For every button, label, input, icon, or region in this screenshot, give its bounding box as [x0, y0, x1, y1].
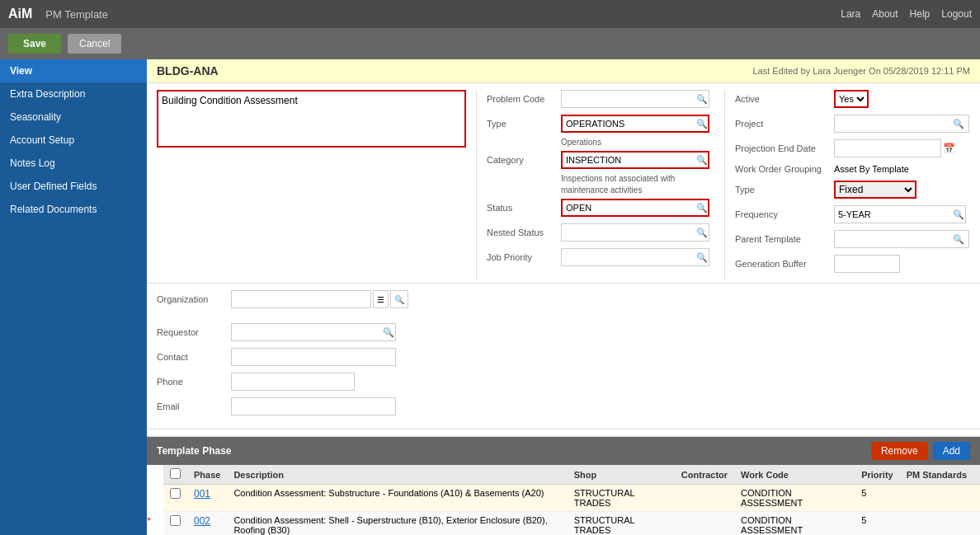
- job-priority-row: Job Priority 🔍: [487, 248, 714, 266]
- row-checkbox-cell: [163, 512, 187, 536]
- nav-links: Lara About Help Logout: [841, 8, 972, 20]
- projection-end-date-input[interactable]: [834, 139, 941, 157]
- frequency-label: Frequency: [735, 209, 834, 219]
- nested-status-row: Nested Status 🔍: [487, 223, 714, 242]
- email-input[interactable]: [231, 397, 396, 415]
- status-search-btn[interactable]: 🔍: [696, 203, 708, 214]
- col-header-work-code: Work Code: [734, 465, 855, 485]
- sidebar-item-related-documents[interactable]: Related Documents: [0, 198, 147, 221]
- problem-code-input[interactable]: [561, 90, 709, 108]
- cancel-button[interactable]: Cancel: [68, 34, 121, 54]
- status-row: Status 🔍: [487, 199, 714, 217]
- status-label: Status: [487, 203, 561, 213]
- row-pm-standards: [900, 512, 980, 536]
- parent-template-row: Parent Template 🔍: [735, 230, 970, 248]
- content-area: BLDG-ANA Last Edited by Lara Juenger On …: [147, 59, 980, 535]
- row-shop: STRUCTURAL TRADES: [568, 512, 675, 536]
- parent-template-label: Parent Template: [735, 234, 834, 244]
- sidebar-item-seasonality[interactable]: Seasonality: [0, 106, 147, 129]
- sidebar: View Extra Description Seasonality Accou…: [0, 59, 147, 535]
- nested-status-input[interactable]: [561, 223, 709, 242]
- organization-label: Organization: [157, 294, 231, 304]
- requestor-search-btn[interactable]: 🔍: [383, 327, 394, 338]
- org-list-btn[interactable]: ☰: [373, 290, 389, 308]
- projection-end-date-row: Projection End Date 📅: [735, 139, 970, 157]
- top-navigation: AiM PM Template Lara About Help Logout: [0, 0, 980, 28]
- row-checkbox[interactable]: [170, 488, 181, 499]
- save-button[interactable]: Save: [8, 34, 61, 54]
- type-select[interactable]: Fixed Floating: [834, 181, 916, 199]
- calendar-btn[interactable]: 📅: [943, 143, 955, 154]
- requestor-input[interactable]: [231, 323, 396, 341]
- project-search-btn[interactable]: 🔍: [953, 119, 964, 129]
- sidebar-item-account-setup[interactable]: Account Setup: [0, 129, 147, 152]
- frequency-search-btn[interactable]: 🔍: [953, 209, 964, 220]
- status-input[interactable]: [561, 199, 709, 217]
- type-input[interactable]: [561, 115, 709, 133]
- active-select[interactable]: Yes No: [834, 90, 869, 108]
- phase-link[interactable]: 002: [194, 515, 210, 527]
- projection-end-date-label: Projection End Date: [735, 143, 834, 153]
- right-type-row: Type Fixed Floating: [735, 181, 970, 199]
- template-phase-section: Template Phase Remove Add →: [147, 436, 980, 535]
- description-textarea[interactable]: Building Condition Assessment: [157, 90, 466, 148]
- phase-table-wrapper: → Phase Description Shop Contrac: [147, 465, 980, 535]
- type-label: Type: [487, 119, 561, 129]
- nested-status-search-btn[interactable]: 🔍: [696, 228, 708, 238]
- sidebar-item-view[interactable]: View: [0, 59, 147, 82]
- requestor-label: Requestor: [157, 327, 231, 337]
- phase-link[interactable]: 001: [194, 488, 210, 500]
- category-search-btn[interactable]: 🔍: [696, 155, 708, 166]
- aim-logo: AiM: [8, 7, 32, 21]
- frequency-input[interactable]: [834, 205, 966, 223]
- phone-input[interactable]: [231, 373, 355, 391]
- problem-code-search-btn[interactable]: 🔍: [696, 94, 708, 105]
- about-link[interactable]: About: [872, 8, 898, 20]
- sidebar-item-notes-log[interactable]: Notes Log: [0, 152, 147, 175]
- main-layout: View Extra Description Seasonality Accou…: [0, 59, 980, 535]
- contact-row: Contact: [157, 348, 466, 366]
- email-row: Email: [157, 397, 466, 415]
- remove-button[interactable]: Remove: [871, 442, 928, 460]
- phase-section-title: Template Phase: [157, 445, 231, 457]
- col-header-description: Description: [227, 465, 567, 485]
- job-priority-label: Job Priority: [487, 252, 561, 262]
- project-row: Project 🔍: [735, 115, 970, 133]
- generation-buffer-row: Generation Buffer: [735, 255, 970, 273]
- org-fields-section: Organization ☰ 🔍 Requestor 🔍: [157, 290, 466, 422]
- org-search-btn[interactable]: 🔍: [390, 290, 408, 308]
- category-info-text: Inspections not associated with maintena…: [561, 174, 675, 195]
- user-label: Lara: [841, 8, 860, 20]
- generation-buffer-input[interactable]: [834, 255, 900, 273]
- row-description: Condition Assessment: Shell - Superstruc…: [227, 512, 567, 536]
- row-checkbox[interactable]: [170, 515, 181, 526]
- col-header-contractor: Contractor: [675, 465, 734, 485]
- contact-label: Contact: [157, 352, 231, 362]
- organization-input[interactable]: [231, 290, 371, 308]
- select-all-checkbox[interactable]: [170, 468, 181, 479]
- col-header-phase: Phase: [187, 465, 227, 485]
- type-search-btn[interactable]: 🔍: [696, 119, 708, 129]
- job-priority-input[interactable]: [561, 248, 709, 266]
- work-order-grouping-label: Work Order Grouping: [735, 164, 834, 174]
- help-link[interactable]: Help: [910, 8, 931, 20]
- type-sub-label: Operations: [561, 138, 601, 147]
- contact-input[interactable]: [231, 348, 396, 366]
- project-input[interactable]: [834, 115, 969, 133]
- row-checkbox-cell: [163, 485, 187, 512]
- phase-header: Template Phase Remove Add: [147, 437, 980, 465]
- job-priority-search-btn[interactable]: 🔍: [696, 252, 708, 263]
- parent-template-search-btn[interactable]: 🔍: [953, 234, 964, 245]
- table-row: 002 Condition Assessment: Shell - Supers…: [163, 512, 980, 536]
- category-input[interactable]: [561, 151, 709, 169]
- work-order-grouping-value: Asset By Template: [834, 164, 909, 174]
- add-button[interactable]: Add: [933, 442, 970, 460]
- col-header-pm-standards: PM Standards: [900, 465, 980, 485]
- active-row: Active Yes No: [735, 90, 970, 108]
- sidebar-item-extra-description[interactable]: Extra Description: [0, 82, 147, 106]
- phase-actions: Remove Add: [871, 442, 970, 460]
- logout-link[interactable]: Logout: [941, 8, 972, 20]
- sidebar-item-user-defined-fields[interactable]: User Defined Fields: [0, 175, 147, 198]
- row-contractor: [675, 485, 734, 512]
- parent-template-input[interactable]: [834, 230, 969, 248]
